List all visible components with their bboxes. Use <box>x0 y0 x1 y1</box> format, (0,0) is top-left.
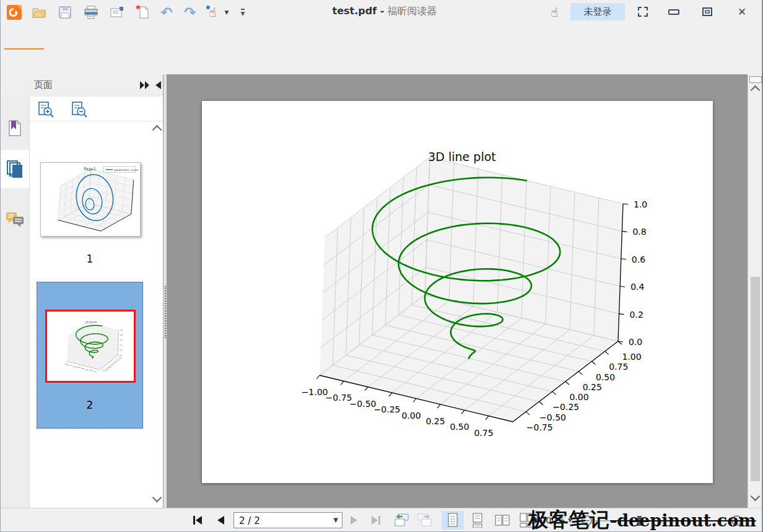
zoom-percent-value[interactable]: 94.00% <box>532 515 565 525</box>
layout-continuous-button[interactable] <box>466 511 489 530</box>
redo-icon[interactable]: ↷ <box>181 4 199 21</box>
zoom-out-icon[interactable] <box>582 515 592 526</box>
reduce-thumbnails-icon[interactable] <box>71 101 88 118</box>
scrollbar-thumb[interactable] <box>751 277 760 481</box>
expand-panel-icon[interactable] <box>139 81 150 90</box>
comments-panel-icon[interactable] <box>1 201 29 239</box>
svg-text:0.50: 0.50 <box>114 361 118 363</box>
page-1-mini-chart: Page1parametric curve <box>41 163 139 235</box>
undo-icon[interactable]: ↶ <box>158 4 175 21</box>
thumbnail-list: Page1parametric curve 1 −1.00−0.75−0.50−… <box>30 121 163 508</box>
thumbnail-scroll-up-icon[interactable] <box>152 125 162 135</box>
svg-text:3D line plot: 3D line plot <box>428 150 496 164</box>
svg-text:Page1: Page1 <box>84 167 96 172</box>
svg-text:0.50: 0.50 <box>596 372 615 382</box>
title-bar: * ↶ ↷ ☝ ▼ ▼ test.pdf - 福昕阅读器 ☝ 未登录 ✕ <box>1 0 763 24</box>
window-title-app: 福昕阅读器 <box>387 5 437 17</box>
minimize-button[interactable] <box>665 5 683 19</box>
svg-text:0.25: 0.25 <box>85 369 89 371</box>
print-icon[interactable] <box>82 4 100 21</box>
page-1-label: 1 <box>40 253 139 265</box>
restore-button[interactable] <box>698 5 717 19</box>
svg-text:0.6: 0.6 <box>632 255 645 264</box>
svg-text:−0.25: −0.25 <box>552 402 579 412</box>
page-indicator-dropdown-icon[interactable]: ▼ <box>333 517 338 523</box>
splitter-grip[interactable] <box>165 286 166 338</box>
svg-text:0.75: 0.75 <box>609 362 628 372</box>
svg-text:1.0: 1.0 <box>120 329 123 331</box>
svg-text:0.25: 0.25 <box>111 363 115 365</box>
zoom-slider-thumb[interactable] <box>637 516 642 526</box>
svg-text:1.00: 1.00 <box>118 357 122 359</box>
svg-text:−1.00: −1.00 <box>302 387 328 397</box>
document-area[interactable]: −1.00−0.75−0.50−0.250.000.250.500.75−0.7… <box>167 74 748 508</box>
svg-text:0.2: 0.2 <box>120 349 122 351</box>
svg-text:−0.75: −0.75 <box>526 422 553 432</box>
last-page-button[interactable] <box>371 515 381 525</box>
svg-text:0.8: 0.8 <box>632 227 646 237</box>
scroll-up-icon[interactable] <box>751 85 761 95</box>
bookmarks-panel-icon[interactable] <box>1 109 29 147</box>
page-1-thumbnail[interactable]: Page1parametric curve <box>40 162 141 237</box>
svg-text:0.75: 0.75 <box>116 359 120 361</box>
svg-text:0.25: 0.25 <box>583 382 602 392</box>
foxit-logo-icon[interactable] <box>6 4 23 21</box>
status-bar: ▼ <box>1 508 763 532</box>
panel-title: 页面 <box>34 79 53 91</box>
email-icon[interactable] <box>108 4 126 21</box>
share-hand-icon[interactable]: ☝ <box>546 4 563 21</box>
hand-tool-icon[interactable]: ☝ <box>204 4 221 21</box>
close-button[interactable]: ✕ <box>733 5 751 19</box>
page-2-thumbnail-card[interactable]: −1.00−0.75−0.50−0.250.000.250.500.75−0.7… <box>45 310 136 383</box>
first-page-button[interactable] <box>193 515 203 525</box>
thumbnail-scroll-down-icon[interactable] <box>152 493 162 503</box>
next-view-button[interactable] <box>417 513 433 528</box>
scroll-down-icon[interactable] <box>751 492 761 502</box>
svg-text:parametric curve: parametric curve <box>114 168 138 172</box>
svg-text:−0.50: −0.50 <box>105 368 110 370</box>
svg-text:−0.50: −0.50 <box>539 412 566 422</box>
svg-text:0.0: 0.0 <box>120 354 122 356</box>
zoom-in-icon[interactable] <box>731 515 742 526</box>
foxit-reader-window: * ↶ ↷ ☝ ▼ ▼ test.pdf - 福昕阅读器 ☝ 未登录 ✕ 文件 <box>0 0 763 532</box>
scrollbar-split-button[interactable] <box>749 76 762 83</box>
pdf-page[interactable]: −1.00−0.75−0.50−0.250.000.250.500.75−0.7… <box>202 101 713 483</box>
menu-bar: 文件 主页 注释 视图 表单 保护 共享 浏览 特色功能 帮助 ⚙▼ ◁ ▷ <box>1 24 763 50</box>
tab-bar: PDF test.pdf ✕ ▼ PDF编辑器 <box>1 50 763 74</box>
svg-text:0.00: 0.00 <box>401 411 421 421</box>
enlarge-thumbnails-icon[interactable] <box>38 101 54 118</box>
pages-panel-icon[interactable] <box>1 150 29 188</box>
previous-view-button[interactable] <box>393 513 409 528</box>
vertical-scrollbar[interactable] <box>748 74 762 508</box>
page-2-thumbnail-selected[interactable]: −1.00−0.75−0.50−0.250.000.250.500.75−0.7… <box>37 282 143 429</box>
svg-text:0.6: 0.6 <box>120 339 123 341</box>
save-icon[interactable] <box>56 4 74 21</box>
svg-text:0.0: 0.0 <box>629 337 642 347</box>
window-title-document: test.pdf - <box>333 5 385 17</box>
sidebar-panel-header: 页面 <box>1 74 163 97</box>
svg-text:1.0: 1.0 <box>634 199 647 209</box>
svg-text:0.75: 0.75 <box>94 371 97 373</box>
customize-toolbar-icon[interactable]: ▼ <box>237 4 248 21</box>
next-page-button[interactable] <box>350 515 359 525</box>
page-indicator-box: ▼ <box>233 512 342 528</box>
layout-facing-button[interactable] <box>491 511 513 530</box>
previous-page-button[interactable] <box>216 515 225 525</box>
page-indicator-input[interactable] <box>238 514 327 528</box>
new-document-icon[interactable]: * <box>134 4 152 21</box>
open-file-icon[interactable] <box>30 4 48 21</box>
login-status-button[interactable]: 未登录 <box>570 3 625 20</box>
svg-text:−0.25: −0.25 <box>76 367 81 368</box>
layout-single-page-button[interactable] <box>442 511 464 530</box>
full-screen-icon[interactable] <box>634 5 652 19</box>
svg-text:0.50: 0.50 <box>89 370 93 372</box>
collapse-panel-icon[interactable] <box>154 81 162 90</box>
zoom-slider-track[interactable] <box>595 520 728 521</box>
svg-text:−0.75: −0.75 <box>102 370 107 372</box>
hand-tool-dropdown-icon[interactable]: ▼ <box>222 4 231 21</box>
svg-text:0.8: 0.8 <box>120 334 123 336</box>
svg-text:−0.25: −0.25 <box>107 367 111 368</box>
zoom-dropdown-icon[interactable]: ▼ <box>568 517 572 523</box>
svg-text:1.00: 1.00 <box>622 352 641 362</box>
svg-text:0.00: 0.00 <box>81 368 85 370</box>
